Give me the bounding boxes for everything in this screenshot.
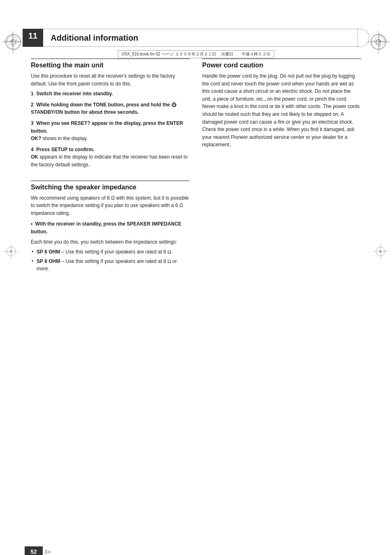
right-mid-reg-mark bbox=[371, 242, 390, 261]
step-4-ok: OK appears in the display to indicate th… bbox=[31, 154, 188, 168]
svg-point-11 bbox=[10, 250, 12, 253]
speaker-bullet-intro: • With the receiver in standby, press th… bbox=[31, 220, 190, 235]
svg-point-15 bbox=[379, 250, 382, 253]
step-1-text: Switch the receiver into standby. bbox=[36, 91, 113, 97]
chapter-title: Additional information bbox=[51, 33, 138, 43]
bullet-sp8-bold: SP 8 OHM bbox=[37, 258, 60, 264]
resetting-intro: Use this procedure to reset all the rece… bbox=[31, 72, 190, 88]
section-resetting-body: Use this procedure to reset all the rece… bbox=[31, 72, 190, 169]
main-content: Resetting the main unit Use this procedu… bbox=[31, 58, 361, 284]
section-power-title: Power cord caution bbox=[202, 62, 263, 69]
step-4: 4 Press SETUP to confirm. OK appears in … bbox=[31, 146, 190, 169]
section-speaker-body: We recommend using speakers of 8 Ω with … bbox=[31, 194, 190, 273]
step-1: 1 Switch the receiver into standby. bbox=[31, 90, 190, 98]
power-cord-text: Handle the power cord by the plug. Do no… bbox=[202, 72, 361, 149]
section-power: Power cord caution Handle the power cord… bbox=[202, 58, 361, 149]
speaker-bullet-list: SP 6 OHM – Use this setting if your spea… bbox=[31, 248, 190, 273]
page-number-box: 52 bbox=[25, 546, 43, 555]
bullet-sp8: SP 8 OHM – Use this setting if your spea… bbox=[37, 258, 190, 273]
step-3-number: 3 bbox=[31, 120, 34, 126]
section-resetting-title: Resetting the main unit bbox=[31, 62, 104, 69]
section-speaker-title: Switching the speaker impedance bbox=[31, 184, 136, 191]
bullet-sp6-bold: SP 6 OHM bbox=[37, 249, 60, 255]
content-columns: Resetting the main unit Use this procedu… bbox=[31, 58, 361, 284]
speaker-bullet-sub: Each time you do this, you switch betwee… bbox=[31, 238, 190, 246]
step-3-ok: OK? shows in the display. bbox=[31, 136, 88, 141]
top-right-corner-large bbox=[367, 31, 390, 53]
page-container: VSX_516.book.fm 52 ページ ２００６年２月２１日 火曜日 午後… bbox=[0, 29, 392, 555]
section-power-body: Handle the power cord by the plug. Do no… bbox=[202, 72, 361, 149]
left-column: Resetting the main unit Use this procedu… bbox=[31, 58, 190, 284]
chapter-number: 11 bbox=[23, 29, 43, 47]
right-column: Power cord caution Handle the power cord… bbox=[202, 58, 361, 160]
step-4-bold: Press SETUP to confirm. bbox=[36, 147, 94, 152]
step-2: 2 While holding down the TONE button, pr… bbox=[31, 101, 190, 116]
file-info: VSX_516.book.fm 52 ページ ２００６年２月２１日 火曜日 午後… bbox=[118, 50, 274, 58]
step-4-number: 4 bbox=[31, 147, 34, 152]
footer: 52 En bbox=[25, 546, 51, 555]
left-mid-reg-mark bbox=[2, 242, 21, 261]
page-label: En bbox=[45, 549, 51, 554]
bullet-sp6: SP 6 OHM – Use this setting if your spea… bbox=[37, 248, 190, 256]
chapter-title-bar: Additional information bbox=[43, 29, 369, 47]
step-3: 3 When you see RESET? appear in the disp… bbox=[31, 120, 190, 143]
step-1-number: 1 bbox=[31, 91, 34, 97]
chapter-header: 11 Additional information bbox=[23, 29, 369, 47]
section-resetting-header: Resetting the main unit bbox=[31, 58, 190, 69]
step-2-text: While holding down the TONE button, pres… bbox=[31, 102, 176, 115]
section-power-header: Power cord caution bbox=[202, 58, 361, 69]
speaker-intro: We recommend using speakers of 8 Ω with … bbox=[31, 194, 190, 217]
top-left-corner-large bbox=[2, 31, 25, 53]
section-speaker-header: Switching the speaker impedance bbox=[31, 180, 190, 191]
section-resetting: Resetting the main unit Use this procedu… bbox=[31, 58, 190, 169]
section-speaker: Switching the speaker impedance We recom… bbox=[31, 180, 190, 273]
step-2-number: 2 bbox=[31, 102, 34, 108]
bullet-sp6-text: – Use this setting if your speakers are … bbox=[60, 249, 173, 255]
step-3-bold: When you see RESET? appear in the displa… bbox=[31, 120, 183, 134]
